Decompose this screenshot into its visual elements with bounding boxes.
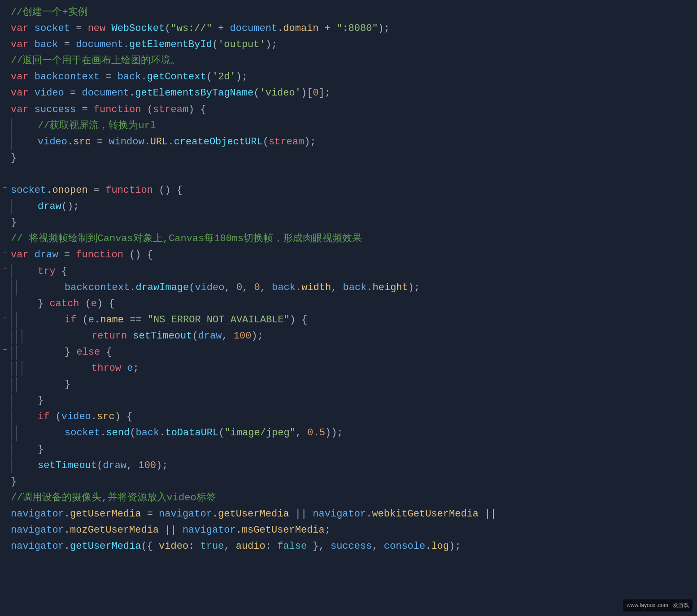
code-editor: //创建一个+实例 var socket = new WebSocket("ws… <box>0 0 697 616</box>
line-6-text: var video = document.getElementsByTagNam… <box>11 86 697 101</box>
code-line-22: − } else { <box>0 344 697 360</box>
vline-21a <box>11 329 12 344</box>
vline-20b <box>16 312 17 328</box>
line-24-text: } <box>65 377 697 392</box>
line-16-text: var draw = function () { <box>11 247 697 263</box>
line-28-text: } <box>38 442 697 457</box>
code-line-24: } <box>0 377 697 393</box>
line-22-text: } else { <box>65 345 697 360</box>
vline-22a <box>11 345 12 360</box>
vline-26 <box>11 409 12 425</box>
code-line-3: var back = document.getElementById('outp… <box>0 37 697 53</box>
code-line-31: //调用设备的摄像头,并将资源放入video标签 <box>0 490 697 506</box>
line-17-text: try { <box>38 264 697 279</box>
code-line-9: video.src = window.URL.createObjectURL(s… <box>0 134 697 150</box>
code-line-32: navigator.getUserMedia = navigator.getUs… <box>0 506 697 522</box>
line-2-text: var socket = new WebSocket("ws://" + doc… <box>11 21 697 36</box>
vline-20a <box>11 312 12 328</box>
fold-btn-16[interactable]: − <box>0 247 10 257</box>
code-line-6: var video = document.getElementsByTagNam… <box>0 85 697 101</box>
vline-18b <box>16 280 17 295</box>
code-line-16: − var draw = function () { <box>0 247 697 263</box>
line-11-text <box>11 167 697 182</box>
code-line-20: − if (e.name == "NS_ERROR_NOT_AVAILABLE"… <box>0 312 697 328</box>
vline-18a <box>11 280 12 295</box>
code-line-34: navigator.getUserMedia({ video: true, au… <box>0 538 697 555</box>
line-10-text: } <box>11 151 697 166</box>
code-line-8: //获取视屏流，转换为url <box>0 118 697 134</box>
code-line-30: } <box>0 474 697 490</box>
vline-13 <box>11 199 12 214</box>
line-31-text: //调用设备的摄像头,并将资源放入video标签 <box>11 490 697 506</box>
vline-27a <box>11 425 12 441</box>
code-line-18: backcontext.drawImage(video, 0, 0, back.… <box>0 280 697 296</box>
line-9-text: video.src = window.URL.createObjectURL(s… <box>38 134 697 150</box>
line-7-text: var success = function (stream) { <box>11 102 697 117</box>
line-19-text: } catch (e) { <box>38 296 697 312</box>
line-18-text: backcontext.drawImage(video, 0, 0, back.… <box>65 280 697 295</box>
line-27-text: socket.send(back.toDataURL("image/jpeg",… <box>65 425 697 441</box>
vline-17 <box>11 264 12 279</box>
line-29-text: setTimeout(draw, 100); <box>38 458 697 473</box>
fold-btn-20[interactable]: − <box>0 312 10 322</box>
code-line-11 <box>0 166 697 182</box>
vline-23b <box>16 361 17 376</box>
line-15-text: // 将视频帧绘制到Canvas对象上,Canvas每100ms切换帧，形成肉眼… <box>11 231 697 247</box>
line-34-text: navigator.getUserMedia({ video: true, au… <box>11 539 697 554</box>
code-line-5: var backcontext = back.getContext('2d'); <box>0 69 697 85</box>
vline-21b <box>16 329 17 344</box>
watermark: www.fayouxi.com 发游戏 <box>623 599 693 612</box>
vline-22b <box>16 345 17 360</box>
fold-btn-26[interactable]: − <box>0 409 10 419</box>
line-4-text: //返回一个用于在画布上绘图的环境。 <box>11 53 697 69</box>
code-line-7: − var success = function (stream) { <box>0 102 697 118</box>
line-33-text: navigator.mozGetUserMedia || navigator.m… <box>11 523 697 538</box>
fold-btn-19[interactable]: − <box>0 296 10 306</box>
code-line-17: − try { <box>0 264 697 280</box>
code-line-10: } <box>0 150 697 166</box>
code-line-25: } <box>0 393 697 409</box>
vline-21c <box>22 329 22 344</box>
fold-btn-7[interactable]: − <box>0 102 10 112</box>
code-line-33: navigator.mozGetUserMedia || navigator.m… <box>0 522 697 538</box>
line-30-text: } <box>11 474 697 490</box>
fold-btn-12[interactable]: − <box>0 183 10 193</box>
line-20-text: if (e.name == "NS_ERROR_NOT_AVAILABLE") … <box>65 312 697 328</box>
code-line-28: } <box>0 442 697 458</box>
line-1-text: //创建一个+实例 <box>11 5 697 20</box>
vline-27b <box>16 425 17 441</box>
line-21-text: return setTimeout(draw, 100); <box>91 329 697 344</box>
code-line-19: − } catch (e) { <box>0 296 697 312</box>
code-line-12: − socket.onopen = function () { <box>0 182 697 199</box>
code-line-1: //创建一个+实例 <box>0 4 697 21</box>
code-line-13: draw(); <box>0 199 697 215</box>
line-13-text: draw(); <box>38 199 697 214</box>
code-line-21: return setTimeout(draw, 100); <box>0 328 697 344</box>
watermark-label: 发游戏 <box>673 602 689 608</box>
vline-29 <box>11 458 12 473</box>
line-8-text: //获取视屏流，转换为url <box>38 118 697 134</box>
code-line-2: var socket = new WebSocket("ws://" + doc… <box>0 21 697 37</box>
line-12-text: socket.onopen = function () { <box>11 183 697 198</box>
vline-8 <box>11 118 12 134</box>
code-line-4: //返回一个用于在画布上绘图的环境。 <box>0 53 697 69</box>
vline-28 <box>11 442 12 457</box>
vline-24a <box>11 377 12 392</box>
fold-btn-22[interactable]: − <box>0 345 10 355</box>
vline-19 <box>11 296 12 312</box>
code-line-15: // 将视频帧绘制到Canvas对象上,Canvas每100ms切换帧，形成肉眼… <box>0 231 697 247</box>
vline-23a <box>11 361 12 376</box>
line-25-text: } <box>38 393 697 408</box>
line-5-text: var backcontext = back.getContext('2d'); <box>11 69 697 85</box>
vline-9 <box>11 134 12 150</box>
line-14-text: } <box>11 215 697 230</box>
fold-btn-17[interactable]: − <box>0 264 10 274</box>
vline-23c <box>22 361 22 376</box>
watermark-site: www.fayouxi.com <box>627 602 668 608</box>
code-line-27: socket.send(back.toDataURL("image/jpeg",… <box>0 425 697 441</box>
code-line-26: − if (video.src) { <box>0 409 697 425</box>
vline-25 <box>11 393 12 408</box>
code-line-14: } <box>0 215 697 231</box>
code-line-29: setTimeout(draw, 100); <box>0 458 697 474</box>
line-26-text: if (video.src) { <box>38 409 697 425</box>
